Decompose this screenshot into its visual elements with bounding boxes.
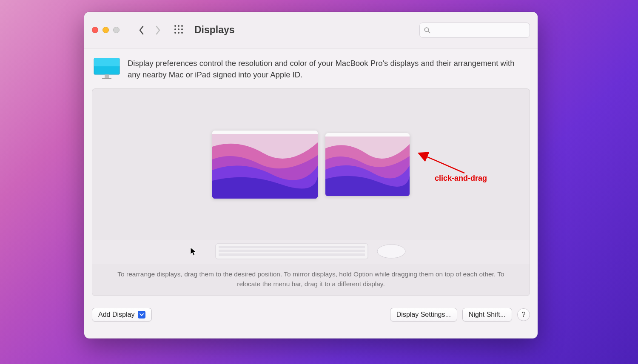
svg-rect-20 (219, 250, 365, 252)
night-shift-label: Night Shift... (469, 311, 506, 318)
svg-line-17 (425, 156, 464, 173)
svg-line-10 (428, 31, 430, 33)
maximize-button[interactable] (113, 27, 120, 33)
svg-point-3 (174, 28, 176, 30)
svg-point-4 (178, 28, 179, 30)
instructions-text: To rearrange displays, drag them to the … (92, 264, 530, 296)
window-controls (92, 27, 120, 33)
menubar-strip-2[interactable] (325, 133, 410, 136)
close-button[interactable] (92, 27, 98, 33)
chevron-down-icon (138, 311, 145, 318)
display-settings-label: Display Settings... (396, 311, 451, 318)
svg-rect-19 (219, 246, 365, 248)
svg-rect-12 (94, 58, 120, 66)
svg-point-0 (174, 25, 176, 27)
display-settings-button[interactable]: Display Settings... (390, 308, 457, 321)
display-area[interactable]: click-and-drag (92, 89, 530, 240)
footer: Add Display Display Settings... Night Sh… (84, 302, 538, 329)
show-all-button[interactable] (174, 25, 183, 36)
svg-rect-14 (102, 78, 111, 79)
window-title: Displays (194, 24, 235, 36)
search-icon (424, 27, 430, 34)
displays-icon (94, 58, 120, 82)
svg-point-22 (377, 245, 405, 258)
svg-point-1 (178, 25, 179, 27)
svg-point-6 (174, 32, 176, 34)
titlebar: Displays (84, 12, 538, 48)
forward-button[interactable] (152, 23, 164, 38)
svg-point-2 (181, 25, 183, 27)
svg-point-7 (178, 32, 179, 34)
add-display-button[interactable]: Add Display (92, 308, 152, 321)
search-input[interactable] (433, 26, 525, 34)
help-button[interactable]: ? (517, 308, 530, 321)
cursor-icon (190, 247, 197, 258)
help-label: ? (521, 310, 525, 319)
menubar-strip[interactable] (212, 131, 318, 134)
peripherals (92, 240, 530, 264)
display-primary[interactable] (212, 131, 318, 199)
wallpaper-secondary (325, 136, 410, 196)
intro-text: Display preferences control the resoluti… (128, 58, 528, 81)
svg-rect-21 (219, 253, 365, 256)
mouse-icon (376, 243, 407, 261)
night-shift-button[interactable]: Night Shift... (462, 308, 512, 321)
display-secondary[interactable] (325, 133, 410, 196)
svg-point-8 (181, 32, 183, 34)
displays-window: Displays Display preferences control the… (84, 12, 538, 338)
annotation: click-and-drag (418, 153, 469, 184)
svg-point-5 (181, 28, 183, 30)
annotation-label: click-and-drag (435, 174, 487, 183)
svg-rect-13 (105, 74, 109, 78)
wallpaper-primary (212, 134, 318, 199)
back-button[interactable] (136, 23, 148, 38)
intro-section: Display preferences control the resoluti… (92, 56, 530, 88)
minimize-button[interactable] (103, 27, 109, 33)
keyboard-icon (215, 243, 368, 261)
add-display-label: Add Display (98, 311, 134, 318)
arrangement-panel: click-and-drag (92, 88, 530, 296)
search-field[interactable] (419, 23, 530, 38)
